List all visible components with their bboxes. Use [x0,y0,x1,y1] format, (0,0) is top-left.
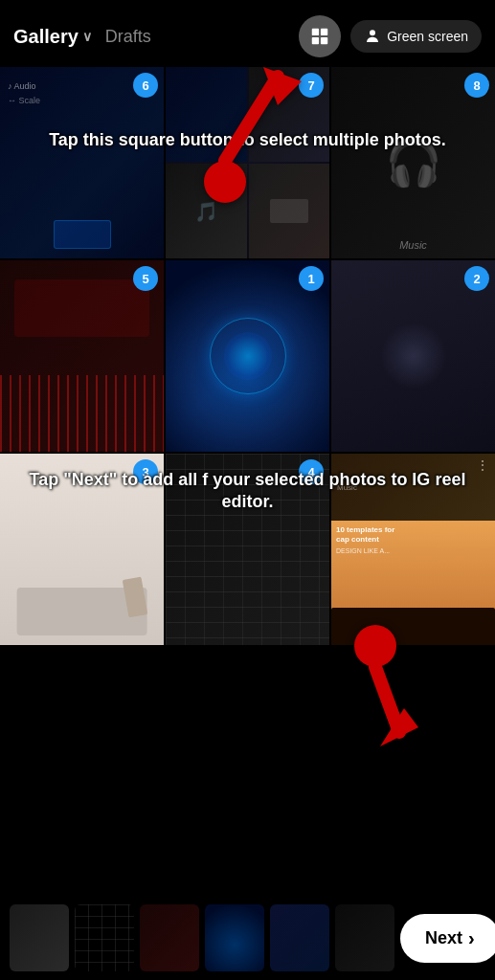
green-screen-label: Green screen [387,29,468,44]
filmstrip-thumb-1[interactable] [10,904,69,971]
person-icon [364,28,381,45]
grid-cell-3[interactable]: 3 [0,454,164,645]
filmstrip-thumb-3[interactable] [140,904,199,971]
next-chevron-icon: › [468,927,475,949]
gallery-chevron-icon: ∨ [82,29,92,44]
gallery-label: Gallery [13,26,79,48]
filmstrip: Next › [0,896,495,980]
svg-marker-11 [380,708,418,746]
grid-cell-2[interactable]: 2 [331,260,495,452]
grid-cell-6[interactable]: ♪ Audio ↔ Scale 6 [0,67,164,258]
svg-rect-3 [321,37,327,44]
svg-rect-0 [312,29,319,35]
badge-3: 3 [133,459,158,484]
grid-cell-5[interactable]: 5 [0,260,164,452]
svg-rect-1 [321,29,327,35]
next-label: Next [425,928,462,948]
multi-select-button[interactable] [299,15,341,57]
drafts-tab[interactable]: Drafts [105,27,151,47]
header: Gallery ∨ Drafts Green screen [0,0,495,67]
grid-cell-1[interactable]: 1 [166,260,329,452]
badge-1: 1 [299,266,324,291]
svg-rect-2 [312,37,319,44]
photo-grid: ♪ Audio ↔ Scale 6 🎵 7 🎧 Music 8 [0,67,495,645]
badge-8: 8 [464,73,489,98]
filmstrip-thumb-6[interactable] [335,904,394,971]
filmstrip-thumb-5[interactable] [270,904,329,971]
svg-line-10 [375,667,399,732]
badge-6: 6 [133,73,158,98]
grid-cell-9[interactable]: Music 10 templates forcap content DESIGN… [331,454,495,645]
badge-4: 4 [299,459,324,484]
filmstrip-thumb-2[interactable] [75,904,134,971]
badge-2: 2 [464,266,489,291]
square-select-icon [309,26,330,47]
grid-cell-8[interactable]: 🎧 Music 8 [331,67,495,258]
svg-point-4 [370,30,375,35]
filmstrip-thumb-4[interactable] [205,904,264,971]
green-screen-button[interactable]: Green screen [350,20,482,53]
badge-5: 5 [133,266,158,291]
gallery-dropdown[interactable]: Gallery ∨ [13,26,92,48]
grid-cell-4[interactable]: 4 [166,454,329,645]
badge-7: 7 [299,73,324,98]
grid-cell-7[interactable]: 🎵 7 [166,67,329,258]
next-button[interactable]: Next › [400,914,495,963]
